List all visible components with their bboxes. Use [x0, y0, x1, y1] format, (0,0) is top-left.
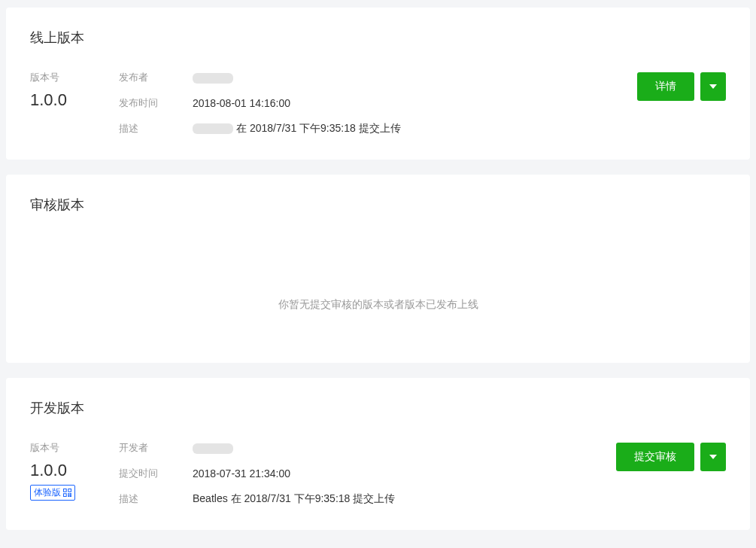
online-actions: 详情 — [637, 72, 726, 101]
online-info-row: 版本号 1.0.0 发布者 发布时间 2018-08-01 14:16:00 描… — [30, 71, 726, 135]
online-desc-label: 描述 — [119, 122, 193, 135]
online-publisher-value — [193, 72, 233, 84]
qrcode-icon — [63, 489, 71, 497]
online-publisher-label: 发布者 — [119, 71, 193, 84]
review-empty-message: 你暂无提交审核的版本或者版本已发布上线 — [30, 238, 726, 354]
online-dropdown-button[interactable] — [700, 72, 726, 101]
details-button[interactable]: 详情 — [637, 72, 694, 101]
online-desc-line: 描述 在 2018/7/31 下午9:35:18 提交上传 — [119, 122, 726, 135]
dev-submit-time-value: 2018-07-31 21:34:00 — [193, 467, 290, 480]
online-publish-time-value: 2018-08-01 14:16:00 — [193, 97, 290, 109]
online-publisher-line: 发布者 — [119, 71, 726, 84]
dev-actions: 提交审核 — [616, 443, 726, 471]
dev-version-column: 版本号 1.0.0 体验版 — [30, 441, 119, 501]
trial-badge-label: 体验版 — [34, 486, 61, 499]
redacted-placeholder — [193, 73, 233, 84]
online-desc-value: 在 2018/7/31 下午9:35:18 提交上传 — [193, 122, 401, 135]
submit-review-button[interactable]: 提交审核 — [616, 443, 694, 471]
online-publish-time-line: 发布时间 2018-08-01 14:16:00 — [119, 96, 726, 110]
dev-developer-label: 开发者 — [119, 441, 193, 455]
dev-version-title: 开发版本 — [30, 399, 726, 417]
online-detail-column: 发布者 发布时间 2018-08-01 14:16:00 描述 在 2018/7… — [119, 71, 726, 135]
trial-badge[interactable]: 体验版 — [30, 485, 75, 501]
online-publish-time-label: 发布时间 — [119, 96, 193, 110]
dev-developer-value — [193, 442, 233, 454]
review-version-card: 审核版本 你暂无提交审核的版本或者版本已发布上线 — [6, 175, 750, 363]
online-version-number: 1.0.0 — [30, 90, 119, 110]
online-version-title: 线上版本 — [30, 29, 726, 47]
dev-dropdown-button[interactable] — [700, 443, 726, 471]
online-desc-text: 在 2018/7/31 下午9:35:18 提交上传 — [236, 122, 401, 134]
chevron-down-icon — [709, 455, 717, 459]
review-version-title: 审核版本 — [30, 196, 726, 214]
dev-version-number: 1.0.0 — [30, 461, 119, 480]
dev-desc-label: 描述 — [119, 492, 193, 506]
redacted-placeholder — [193, 123, 233, 134]
online-version-card: 线上版本 版本号 1.0.0 发布者 发布时间 2018-08-01 14:16… — [6, 8, 750, 160]
dev-version-label: 版本号 — [30, 441, 119, 455]
redacted-placeholder — [193, 443, 233, 454]
online-version-label: 版本号 — [30, 71, 119, 84]
chevron-down-icon — [709, 84, 717, 89]
online-version-column: 版本号 1.0.0 — [30, 71, 119, 110]
dev-desc-line: 描述 Beatles 在 2018/7/31 下午9:35:18 提交上传 — [119, 492, 726, 506]
dev-submit-time-label: 提交时间 — [119, 467, 193, 480]
dev-desc-value: Beatles 在 2018/7/31 下午9:35:18 提交上传 — [193, 492, 395, 506]
dev-version-card: 开发版本 版本号 1.0.0 体验版 开发者 提交时间 2018-07-31 2… — [6, 378, 750, 530]
